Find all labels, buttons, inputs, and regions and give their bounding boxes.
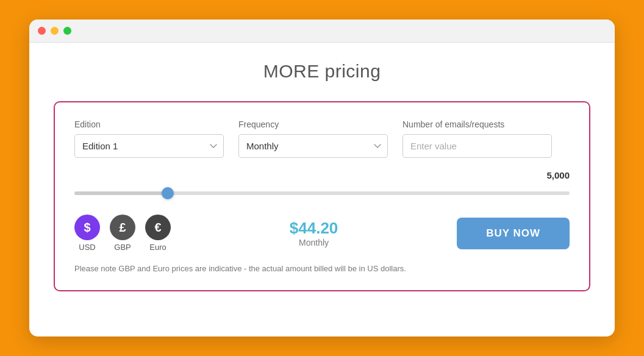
fields-row: Edition Edition 1 Edition 2 Edition 3 Fr…: [74, 119, 570, 158]
buy-now-button[interactable]: BUY NOW: [457, 218, 570, 249]
edition-label: Edition: [74, 119, 224, 129]
window-content: MORE pricing Edition Edition 1 Edition 2…: [29, 43, 615, 291]
emails-field-group: Number of emails/requests: [402, 119, 552, 158]
emails-label: Number of emails/requests: [402, 119, 552, 129]
gbp-currency-item: £ GBP: [110, 215, 135, 252]
slider-wrapper: [74, 184, 570, 200]
price-block: $44.20 Monthly: [290, 219, 338, 247]
frequency-label: Frequency: [238, 119, 388, 129]
close-button[interactable]: [38, 27, 46, 35]
maximize-button[interactable]: [63, 27, 71, 35]
euro-icon[interactable]: €: [145, 215, 171, 240]
bottom-row: $ USD £ GBP € Euro $44.20 Monthly: [74, 215, 570, 252]
price-amount: $44.20: [290, 219, 338, 238]
gbp-label: GBP: [114, 243, 131, 252]
price-frequency: Monthly: [290, 238, 338, 247]
gbp-icon[interactable]: £: [110, 215, 135, 240]
usd-currency-item: $ USD: [74, 215, 100, 252]
usd-icon[interactable]: $: [74, 215, 100, 240]
slider-section: 5,000: [74, 170, 570, 200]
frequency-select[interactable]: Monthly Annually: [238, 134, 388, 158]
slider-value: 5,000: [74, 170, 570, 180]
usd-label: USD: [79, 243, 95, 252]
titlebar: [29, 20, 615, 43]
frequency-field-group: Frequency Monthly Annually: [238, 119, 388, 158]
currency-icons: $ USD £ GBP € Euro: [74, 215, 171, 252]
app-window: MORE pricing Edition Edition 1 Edition 2…: [29, 20, 615, 336]
minimize-button[interactable]: [51, 27, 59, 35]
euro-label: Euro: [149, 243, 166, 252]
emails-slider[interactable]: [74, 191, 570, 195]
page-title: MORE pricing: [54, 61, 590, 82]
pricing-card: Edition Edition 1 Edition 2 Edition 3 Fr…: [54, 101, 590, 291]
disclaimer-text: Please note GBP and Euro prices are indi…: [74, 264, 570, 273]
emails-input[interactable]: [402, 134, 552, 158]
edition-select[interactable]: Edition 1 Edition 2 Edition 3: [74, 134, 224, 158]
euro-currency-item: € Euro: [145, 215, 171, 252]
edition-field-group: Edition Edition 1 Edition 2 Edition 3: [74, 119, 224, 158]
